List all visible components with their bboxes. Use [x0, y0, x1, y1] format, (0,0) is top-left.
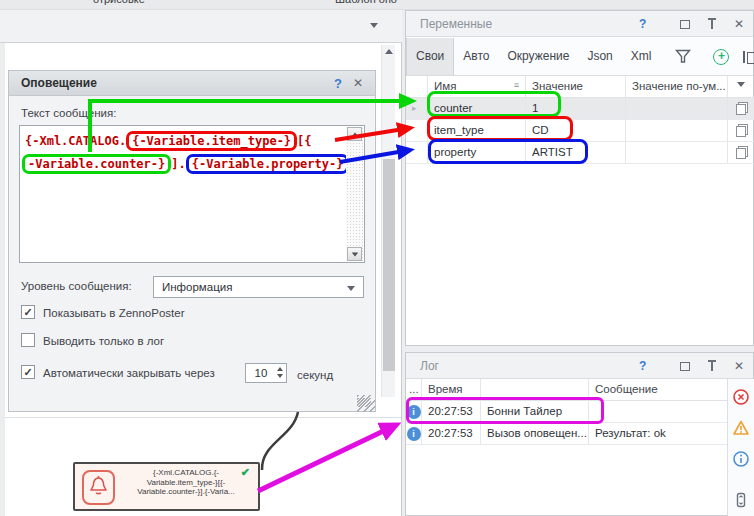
log-row-2[interactable]: i 20:27:53 Вызов оповещен... Результат: …	[406, 423, 727, 445]
log-message: Результат: ok	[589, 423, 727, 445]
variable-row-property[interactable]: property ARTIST	[406, 142, 754, 164]
row-gutter	[406, 142, 428, 164]
close-icon[interactable]: ✕	[353, 76, 363, 90]
log-message-column-header[interactable]: Сообщение	[589, 379, 727, 401]
filter-button[interactable]	[668, 38, 698, 75]
warnings-filter-button[interactable]	[732, 419, 750, 441]
scrollbar-thumb[interactable]	[383, 159, 395, 371]
scrollbar-icon	[732, 491, 750, 509]
level-combobox[interactable]: Информация	[153, 276, 364, 298]
maximize-icon[interactable]	[680, 20, 690, 29]
spin-down-icon[interactable]	[277, 374, 283, 378]
column-header-name[interactable]: Имя≡	[428, 76, 526, 98]
panel-dropdown-icon[interactable]	[370, 23, 378, 28]
log-header-row: ... Время Сообщение	[406, 379, 727, 401]
row-gutter	[406, 120, 428, 142]
column-header-default[interactable]: Значение по-ум...	[626, 76, 728, 98]
close-icon[interactable]: ✕	[734, 17, 744, 31]
variable-name[interactable]: property	[428, 142, 526, 164]
variables-panel: Переменные ? ✕ Свои Авто Окружение Json …	[405, 10, 754, 346]
row-gutter: ▸	[406, 98, 428, 120]
message-line1-suffix: [{	[297, 134, 311, 148]
message-scroll-down-button[interactable]	[347, 247, 362, 261]
tab-okruzhenie[interactable]: Окружение	[498, 38, 578, 75]
log-row-1[interactable]: i 20:27:53 Бонни Тайлер	[406, 401, 727, 423]
spin-up-icon[interactable]	[277, 367, 283, 371]
copy-cell[interactable]	[728, 142, 754, 164]
autoscroll-button[interactable]	[732, 491, 750, 513]
copy-column-header	[728, 76, 754, 98]
variable-value[interactable]: ARTIST	[526, 142, 626, 164]
variables-tabbar: Свои Авто Окружение Json Xml +	[406, 38, 753, 76]
tab-avto[interactable]: Авто	[454, 38, 498, 75]
copy-cell[interactable]	[728, 98, 754, 120]
log-time-column-header[interactable]: Время	[422, 379, 481, 401]
bell-icon-frame	[82, 470, 115, 505]
canvas-vertical-scrollbar[interactable]	[381, 45, 395, 397]
log-message	[589, 401, 727, 423]
pin-icon[interactable]	[707, 18, 717, 31]
tab-svoi[interactable]: Свои	[406, 38, 454, 75]
message-text-label: Текст сообщения:	[21, 107, 116, 119]
errors-filter-button[interactable]	[732, 388, 750, 410]
variable-row-item-type[interactable]: item_type CD	[406, 120, 754, 142]
funnel-icon	[675, 49, 691, 64]
info-filter-button[interactable]	[732, 450, 750, 472]
message-scroll-up-button[interactable]	[347, 127, 362, 141]
variable-default[interactable]	[626, 142, 728, 164]
add-variable-button[interactable]: +	[706, 38, 736, 75]
rename-variable-button[interactable]	[736, 38, 754, 75]
edit-frame-icon	[743, 51, 754, 63]
log-panel-title: Лог	[420, 359, 439, 373]
show-in-zennoposter-checkbox[interactable]: ✓	[21, 305, 35, 319]
variables-header-row: Имя≡ Значение Значение по-ум...	[406, 76, 754, 98]
autoclose-checkbox[interactable]: ✓	[21, 365, 35, 379]
copy-cell[interactable]	[728, 120, 754, 142]
log-panel: Лог ? ✕ ... Время Сообщение i 20:27:53 Б…	[405, 352, 754, 516]
help-icon[interactable]: ?	[639, 17, 646, 31]
log-action-column-header[interactable]	[481, 379, 589, 401]
variable-name[interactable]: item_type	[428, 120, 526, 142]
dialog-title: Оповещение	[21, 76, 97, 90]
show-in-zennoposter-label: Показывать в ZennoPoster	[43, 307, 184, 319]
help-icon[interactable]: ?	[334, 76, 342, 91]
variable-row-counter[interactable]: ▸ counter 1	[406, 98, 754, 120]
tab-json[interactable]: Json	[578, 38, 621, 75]
maximize-icon[interactable]	[680, 362, 690, 371]
variable-name[interactable]: counter	[428, 98, 526, 120]
combo-dropdown-icon	[347, 286, 355, 291]
variable-value[interactable]: 1	[526, 98, 626, 120]
copy-icon	[736, 102, 748, 115]
log-icon-cell: i	[406, 401, 422, 423]
variable-default[interactable]	[626, 98, 728, 120]
settings-panel-bottom-edge	[5, 417, 401, 418]
log-panel-header[interactable]: Лог ? ✕	[406, 353, 753, 379]
seconds-spinner[interactable]: 10	[245, 363, 287, 383]
seconds-value: 10	[246, 367, 276, 379]
tab-xml[interactable]: Xml	[622, 38, 661, 75]
counter-token: -Variable.counter-}	[22, 154, 171, 174]
close-icon[interactable]: ✕	[734, 359, 744, 373]
column-header-value[interactable]: Значение	[526, 76, 626, 98]
variable-value[interactable]: CD	[526, 120, 626, 142]
copy-icon	[736, 124, 748, 137]
plus-circle-icon: +	[713, 49, 729, 65]
warning-triangle-icon	[732, 419, 750, 437]
variable-default[interactable]	[626, 120, 728, 142]
message-line2-mid: ].	[171, 157, 185, 171]
dialog-titlebar[interactable]: Оповещение ? ✕	[9, 71, 375, 96]
resize-grip[interactable]	[357, 398, 375, 412]
variables-panel-header[interactable]: Переменные ? ✕	[406, 11, 753, 37]
autoclose-label: Автоматически закрывать через	[43, 367, 215, 379]
notification-dialog: Оповещение ? ✕ Текст сообщения: {-Xml.CA…	[8, 70, 376, 412]
message-text-input[interactable]: {-Xml.CATALOG.{-Variable.item_type-}[{ -…	[19, 125, 365, 263]
help-icon[interactable]: ?	[639, 359, 646, 373]
log-only-checkbox[interactable]	[21, 333, 35, 347]
level-value: Информация	[162, 281, 232, 293]
pin-icon[interactable]	[707, 360, 717, 373]
scroll-up-button[interactable]	[382, 45, 396, 58]
notification-action-node[interactable]: {-Xml.CATALOG.{- Variable.item_type-}[{-…	[73, 462, 260, 511]
settings-toolbar-strip	[0, 10, 402, 43]
log-icon-column-header: ...	[406, 379, 422, 401]
message-scrollbar[interactable]	[346, 127, 363, 261]
